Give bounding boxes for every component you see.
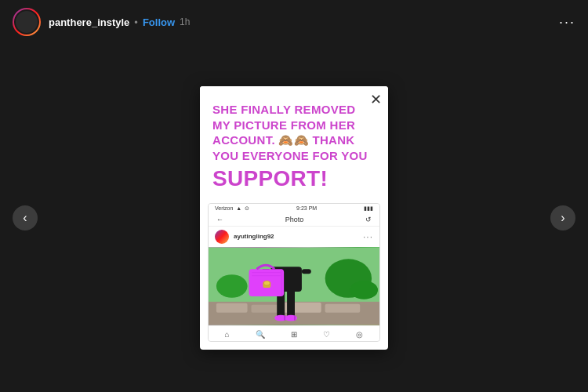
post-image-svg xyxy=(209,247,379,325)
phone-bottom-bar: ⌂ 🔍 ⊞ ♡ ◎ xyxy=(209,325,379,341)
story-card: ✕ SHE FINALLY REMOVED MY PICTURE FROM HE… xyxy=(200,86,388,349)
username[interactable]: panthere_instyle xyxy=(49,16,129,28)
chevron-left-icon: ‹ xyxy=(23,211,27,225)
headline-big: SUPPORT! xyxy=(212,165,376,193)
svg-rect-24 xyxy=(281,269,282,296)
nav-label: Photo xyxy=(285,216,304,223)
avatar[interactable] xyxy=(13,8,41,36)
heart-icon: ♡ xyxy=(323,330,330,339)
phone-time: 9:23 PM xyxy=(296,205,317,211)
svg-rect-14 xyxy=(294,315,296,320)
search-icon: 🔍 xyxy=(256,330,265,339)
phone-status-right: ▮▮▮ xyxy=(364,205,373,212)
more-options-button[interactable]: ··· xyxy=(559,14,575,31)
header-info: panthere_instyle • Follow 1h xyxy=(49,16,551,28)
follow-button[interactable]: Follow xyxy=(143,16,175,28)
svg-rect-2 xyxy=(216,303,248,312)
next-arrow[interactable]: › xyxy=(550,205,575,230)
card-text-area: SHE FINALLY REMOVED MY PICTURE FROM HER … xyxy=(200,86,388,202)
profile-icon: ◎ xyxy=(356,330,363,339)
wifi-icon: ⊙ xyxy=(245,205,249,212)
svg-rect-22 xyxy=(252,272,281,273)
svg-rect-17 xyxy=(302,269,311,274)
post-time: 1h xyxy=(180,16,190,27)
progress-fill xyxy=(200,86,313,89)
phone-screenshot: Verizon ▲ ⊙ 9:23 PM ▮▮▮ ← Photo ↺ ayutin… xyxy=(208,203,380,342)
grid-icon: ⊞ xyxy=(291,330,297,339)
progress-bar xyxy=(200,86,388,89)
headline-text: SHE FINALLY REMOVED MY PICTURE FROM HER … xyxy=(212,103,368,162)
content-area: ‹ ✕ SHE FINALLY REMOVED MY PICTURE FROM … xyxy=(0,44,588,392)
card-headline: SHE FINALLY REMOVED MY PICTURE FROM HER … xyxy=(212,102,376,193)
phone-status-bar: Verizon ▲ ⊙ 9:23 PM ▮▮▮ xyxy=(209,204,379,213)
phone-inner-avatar xyxy=(215,230,229,244)
phone-inner-username: ayutingling92 xyxy=(234,233,274,240)
svg-rect-5 xyxy=(325,303,361,312)
phone-status-left: Verizon ▲ ⊙ xyxy=(215,205,249,212)
svg-rect-10 xyxy=(287,290,295,318)
phone-nav-bar: ← Photo ↺ xyxy=(209,213,379,227)
back-icon: ← xyxy=(216,216,223,223)
svg-rect-13 xyxy=(284,315,285,320)
svg-rect-3 xyxy=(252,304,279,312)
phone-more-icon: ··· xyxy=(363,231,373,242)
svg-rect-23 xyxy=(252,275,281,276)
svg-point-8 xyxy=(350,281,378,299)
svg-point-21 xyxy=(263,281,270,285)
carrier-label: Verizon xyxy=(215,205,233,211)
phone-post-image xyxy=(209,247,379,325)
chevron-right-icon: › xyxy=(561,211,564,225)
svg-point-7 xyxy=(216,274,248,298)
signal-icon: ▲ xyxy=(236,205,241,211)
prev-arrow[interactable]: ‹ xyxy=(13,205,38,230)
refresh-icon: ↺ xyxy=(365,216,372,223)
separator: • xyxy=(134,16,138,28)
home-icon: ⌂ xyxy=(225,330,230,339)
battery-icon: ▮▮▮ xyxy=(364,205,373,212)
close-button[interactable]: ✕ xyxy=(370,93,382,107)
story-header: panthere_instyle • Follow 1h ··· xyxy=(0,0,588,44)
phone-post-header: ayutingling92 ··· xyxy=(209,227,379,247)
